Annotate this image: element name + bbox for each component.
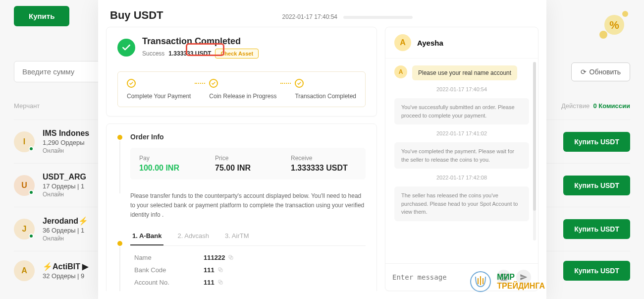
svg-point-2 — [599, 31, 607, 39]
copy-icon[interactable] — [217, 267, 223, 273]
merchant-orders: 36 Ордеры | 1 — [43, 227, 88, 234]
bank-field-value: 111222 — [204, 254, 225, 261]
timeline-dot-icon — [117, 135, 122, 140]
merchant-orders: 17 Ордеры | 1 — [43, 182, 86, 190]
pay-value: 100.00 INR — [139, 164, 205, 173]
merchant-name: USDT_ARG — [43, 173, 86, 181]
step-label: Complete Your Payment — [127, 93, 191, 100]
price-label: Price — [215, 155, 281, 162]
commission-badge: 0 Комиссии — [593, 102, 630, 110]
header-progress-bar — [343, 16, 413, 19]
merchant-status: Онлайн — [43, 191, 86, 198]
merchant-avatar: A — [14, 260, 35, 281]
buy-usdt-button[interactable]: Купить USDT — [563, 261, 630, 281]
success-check-icon — [117, 39, 135, 57]
success-amount: 1.333333 USDT — [168, 50, 211, 57]
merchant-avatar: J — [14, 219, 35, 239]
merchant-name: Jerodand⚡ — [43, 216, 88, 226]
progress-steps: Complete Your Payment Coin Release in Pr… — [117, 71, 366, 107]
send-icon[interactable] — [516, 270, 531, 285]
refresh-icon: ⟳ — [581, 68, 587, 76]
step-complete-icon — [295, 79, 304, 88]
merchant-name: ⚡ActiBIT ▶ — [43, 262, 88, 271]
merchant-orders: 1,290 Ордеры — [43, 139, 89, 146]
svg-point-13 — [502, 276, 503, 277]
bank-tab-airtm[interactable]: 3. AirTM — [223, 227, 251, 245]
step-label: Coin Release in Progress — [209, 93, 276, 100]
receive-value: 1.333333 USDT — [291, 164, 357, 173]
bank-tab-abank[interactable]: 1. A-Bank — [130, 227, 163, 245]
bank-field-value: 111 — [204, 279, 215, 286]
bank-field-label: Account No. — [134, 279, 204, 286]
bank-field-label: Name — [134, 254, 204, 261]
merchant-name: IMS Indones — [43, 129, 89, 138]
chat-timestamp: 2022-01-17 17:40:54 — [394, 86, 529, 92]
price-value: 75.00 INR — [215, 164, 281, 173]
modal-title: Buy USDT — [110, 9, 163, 22]
svg-point-3 — [622, 11, 628, 17]
system-message: You've completed the payment. Please wai… — [394, 142, 529, 169]
copy-icon[interactable] — [217, 279, 223, 285]
image-attach-icon[interactable] — [496, 270, 511, 285]
refresh-button[interactable]: ⟳ Обновить — [571, 62, 630, 81]
copy-icon[interactable] — [228, 254, 234, 260]
buy-usdt-button[interactable]: Купить USDT — [563, 219, 630, 239]
bank-field-value: 111 — [204, 266, 215, 274]
order-modal: Buy USDT 2022-01-17 17:40:54 Transaction… — [98, 0, 546, 299]
order-info-title: Order Info — [130, 133, 366, 141]
system-message: You've successfully submitted an order. … — [394, 98, 529, 124]
svg-text:%: % — [609, 19, 619, 31]
buy-usdt-button[interactable]: Купить USDT — [563, 132, 630, 152]
timeline-dot-icon — [117, 241, 122, 246]
bank-tab-advcash[interactable]: 2. Advcash — [175, 227, 211, 245]
chat-timestamp: 2022-01-17 17:42:08 — [394, 175, 529, 180]
receive-label: Receive — [291, 155, 357, 162]
seller-avatar: A — [394, 34, 411, 51]
step-label: Transaction Completed — [295, 93, 356, 100]
step-complete-icon — [209, 79, 218, 88]
bank-field-label: Bank Code — [134, 266, 204, 274]
action-column-header: Действие — [561, 102, 590, 110]
pay-label: Pay — [139, 155, 205, 162]
merchant-column-header: Мерчант — [14, 102, 40, 110]
promo-coins-graphic: % — [594, 5, 634, 45]
chat-input[interactable] — [392, 273, 491, 281]
modal-timestamp: 2022-01-17 17:40:54 — [282, 13, 337, 20]
seller-avatar-small: A — [394, 65, 407, 78]
transaction-title: Transaction Completed — [142, 36, 259, 47]
merchant-status: Онлайн — [43, 235, 88, 242]
merchant-avatar: U — [14, 175, 35, 196]
buy-usdt-button[interactable]: Купить USDT — [563, 176, 630, 195]
success-label: Success — [142, 50, 164, 57]
merchant-orders: 32 Ордеры | 9 — [43, 272, 88, 280]
transfer-instructions: Please transfer funds to the counterpart… — [130, 191, 366, 220]
merchant-status: Онлайн — [43, 147, 89, 154]
chat-timestamp: 2022-01-17 17:41:02 — [394, 130, 529, 136]
seller-name: Ayesha — [417, 39, 443, 47]
system-message: The seller has released the coins you've… — [394, 186, 529, 221]
refresh-label: Обновить — [590, 68, 621, 76]
merchant-avatar: I — [14, 131, 35, 152]
background-buy-button[interactable]: Купить — [14, 6, 69, 26]
chat-scrollbar[interactable] — [533, 62, 536, 240]
check-asset-button[interactable]: Check Asset — [215, 49, 259, 59]
step-complete-icon — [127, 79, 136, 88]
chat-message: Please use your real name account — [412, 65, 517, 80]
